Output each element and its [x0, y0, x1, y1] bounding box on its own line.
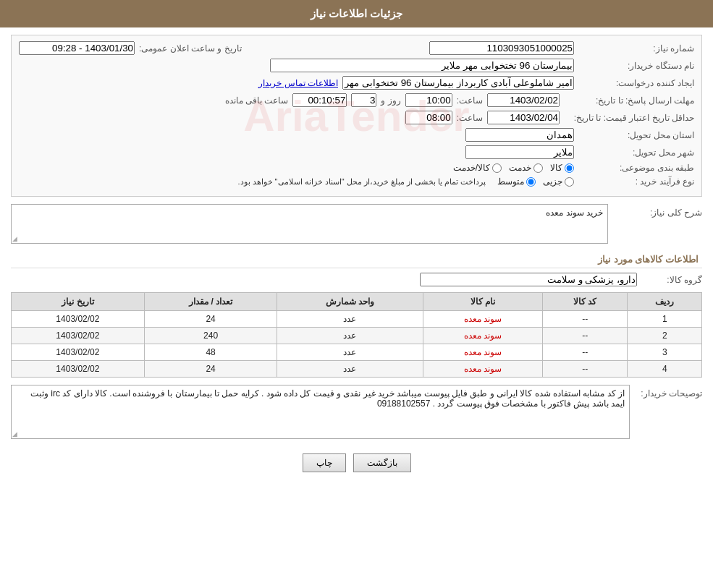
tabaqe-kala-radio[interactable]	[565, 163, 574, 173]
cell-kod: --	[542, 361, 628, 378]
col-vahed: واحد شمارش	[277, 293, 423, 311]
noFarayand-jazri-option[interactable]: جزیی	[543, 176, 574, 187]
cell-radif: 1	[628, 311, 702, 328]
mohlat-time-label: ساعت:	[457, 95, 483, 106]
cell-radif: 3	[628, 344, 702, 361]
cell-kod: --	[542, 344, 628, 361]
cell-radif: 4	[628, 361, 702, 378]
hadaq-time-label: ساعت:	[457, 113, 483, 123]
table-row: 2 -- سوند معده عدد 240 1403/02/02	[12, 328, 702, 344]
cell-tedad: 24	[144, 361, 277, 378]
namDastgah-input	[270, 59, 574, 72]
cell-kod: --	[542, 311, 628, 328]
page-header: جزئیات اطلاعات نیاز	[0, 0, 713, 27]
shahr-input	[465, 145, 574, 159]
page-wrapper: جزئیات اطلاعات نیاز AriaTender شماره نیا…	[0, 0, 713, 588]
cell-vahed: عدد	[277, 361, 423, 378]
shomareNiaz-input	[429, 41, 574, 55]
tabaqe-label: طبقه بندی موضوعی:	[578, 163, 694, 173]
noFarayand-jazri-label: جزیی	[543, 176, 562, 187]
noFarayand-motevaset-option[interactable]: متوسط	[497, 176, 536, 187]
tabaqe-kala-khadamat-label: کالا/خدمت	[453, 163, 490, 173]
cell-name: سوند معده	[423, 361, 542, 378]
cell-tedad: 48	[144, 344, 277, 361]
noFarayand-jazri-radio[interactable]	[565, 177, 574, 187]
mohlat-time-input	[405, 93, 452, 107]
mohlat-remaining-label: ساعت باقی مانده	[225, 95, 289, 106]
cell-tedad: 24	[144, 311, 277, 328]
sharh-value: خرید سوند معده ◢	[11, 204, 608, 244]
tabaqe-kala-khadamat-radio[interactable]	[492, 163, 502, 173]
tosaif-value: از کد مشابه استفاده شده کالا ایرانی و طب…	[11, 385, 630, 439]
back-button[interactable]: بازگشت	[353, 453, 411, 472]
col-kod: کد کالا	[542, 293, 628, 311]
hadaq-time-input	[405, 111, 452, 124]
mohlat-roz-input	[351, 93, 376, 107]
ijadKonande-label: ایجاد کننده درخواست:	[578, 78, 694, 88]
tabaqe-kala-option[interactable]: کالا	[550, 163, 574, 173]
cell-name: سوند معده	[423, 344, 542, 361]
cell-tarikh: 1403/02/02	[12, 311, 145, 328]
print-button[interactable]: چاپ	[303, 453, 346, 472]
tabaqe-kala-khadamat-option[interactable]: کالا/خدمت	[453, 163, 502, 173]
tosaif-label: توصیحات خریدار:	[630, 385, 702, 399]
noFarayand-motevaset-label: متوسط	[497, 176, 524, 187]
sharh-label: شرح کلی نیاز:	[608, 204, 702, 218]
col-tedad: تعداد / مقدار	[144, 293, 277, 311]
cell-name: سوند معده	[423, 311, 542, 328]
cell-tarikh: 1403/02/02	[12, 361, 145, 378]
ostan-input	[465, 128, 574, 142]
col-radif: ردیف	[628, 293, 702, 311]
goods-info-title: اطلاعات کالاهای مورد نیاز	[11, 250, 702, 268]
mohlat-label: مهلت ارسال پاسخ: تا تاریخ:	[564, 95, 694, 106]
table-row: 4 -- سوند معده عدد 24 1403/02/02	[12, 361, 702, 378]
groupKala-input	[420, 273, 637, 286]
noFarayand-label: نوع فرآیند خرید :	[578, 176, 694, 187]
hadaq-date-input	[487, 111, 560, 124]
cell-radif: 2	[628, 328, 702, 344]
table-row: 1 -- سوند معده عدد 24 1403/02/02	[12, 311, 702, 328]
cell-vahed: عدد	[277, 328, 423, 344]
cell-kod: --	[542, 328, 628, 344]
tabaqe-radio-group: کالا خدمت کالا/خدمت	[453, 163, 574, 173]
goods-table: ردیف کد کالا نام کالا واحد شمارش تعداد /…	[11, 292, 702, 378]
tarikheElan-label: تاریخ و ساعت اعلان عمومی:	[139, 43, 242, 54]
footer-buttons: بازگشت چاپ	[11, 445, 702, 481]
table-row: 3 -- سوند معده عدد 48 1403/02/02	[12, 344, 702, 361]
mohlat-date-input	[487, 93, 560, 107]
cell-tarikh: 1403/02/02	[12, 344, 145, 361]
tabaqe-khadamat-option[interactable]: خدمت	[509, 163, 543, 173]
shomareNiaz-label: شماره نیاز:	[578, 43, 694, 54]
noFarayand-desc: پرداخت تمام یا بخشی از مبلغ خرید،از محل …	[237, 177, 486, 187]
tabaqe-kala-label: کالا	[550, 163, 562, 173]
shahr-label: شهر محل تحویل:	[578, 148, 694, 158]
main-content: AriaTender شماره نیاز: تاریخ و ساعت اعلا…	[0, 27, 713, 488]
resize-icon: ◢	[12, 235, 17, 242]
group-kala-row: گروه کالا:	[11, 273, 702, 286]
namDastgah-label: نام دستگاه خریدار:	[578, 61, 694, 71]
tabaqe-khadamat-label: خدمت	[509, 163, 531, 173]
noFarayand-radio-group: جزیی متوسط	[497, 176, 574, 187]
tabaqe-khadamat-radio[interactable]	[533, 163, 543, 173]
hadaq-label: حداقل تاریخ اعتبار قیمت: تا تاریخ:	[564, 113, 694, 123]
groupKala-label: گروه کالا:	[637, 275, 702, 285]
cell-name: سوند معده	[423, 328, 542, 344]
cell-tarikh: 1403/02/02	[12, 328, 145, 344]
col-tarikh: تاریخ نیاز	[12, 293, 145, 311]
cell-vahed: عدد	[277, 311, 423, 328]
tarikheElan-input	[19, 41, 135, 55]
header-title: جزئیات اطلاعات نیاز	[311, 7, 402, 20]
ostan-label: استان محل تحویل:	[578, 130, 694, 140]
sharh-section: شرح کلی نیاز: خرید سوند معده ◢	[11, 204, 702, 244]
tosaif-section: توصیحات خریدار: از کد مشابه استفاده شده …	[11, 385, 702, 439]
col-name: نام کالا	[423, 293, 542, 311]
info-section: AriaTender شماره نیاز: تاریخ و ساعت اعلا…	[11, 35, 702, 197]
cell-vahed: عدد	[277, 344, 423, 361]
ijadKonande-input	[342, 76, 574, 90]
contact-link[interactable]: اطلاعات تماس خریدار	[258, 78, 338, 88]
mohlat-remaining-input	[292, 93, 347, 107]
resize-icon-2: ◢	[12, 430, 17, 438]
cell-tedad: 240	[144, 328, 277, 344]
noFarayand-motevaset-radio[interactable]	[526, 177, 536, 187]
mohlat-roz-label: روز و	[381, 95, 400, 106]
